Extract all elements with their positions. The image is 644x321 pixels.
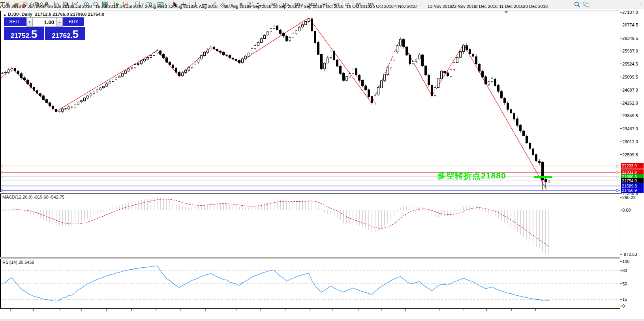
symbol-timeframe-label: DJ30-,Daily [8,12,32,17]
date-axis-label: 13 Nov 2018 [428,4,452,9]
rsi-axis-label: 80 [622,268,627,273]
price-level-badge: 21754.0 [621,178,644,184]
price-axis-label: 23849.5 [622,113,638,118]
price-axis-label: 25524.5 [622,62,638,66]
level-drag-handle [616,171,618,173]
volume-decrease-button[interactable]: ▼ [26,17,33,27]
sell-price-frac: 5 [31,30,38,39]
rsi-line [2,266,549,301]
level-drag-handle [0,189,2,191]
chart-title: ▲DJ30-,Daily 21712.0 21765.0 21709.0 217… [3,12,104,17]
buy-price-frac: 5 [72,30,79,39]
date-axis-label: 7 Oct 2018 [322,4,344,9]
rsi-axis-label: 0 [622,304,625,308]
price-axis-label: 25099.5 [622,75,638,79]
sell-price[interactable]: 21752.5 [4,27,44,40]
macd-axis-label: 0.00 [622,208,631,212]
buy-button-label: BUY [69,19,79,24]
date-axis-label: 16 Oct 2018 [346,4,370,9]
zigzag-line [1,18,546,190]
macd-axis-label: 290.22 [622,195,636,200]
sell-button[interactable]: SELL [4,17,26,27]
date-axis-label: 5 Jul 2018 [72,4,92,9]
date-axis-label: 11 Dec 2018 [499,4,524,9]
price-level-badge: 22233.9 [621,163,644,169]
price-axis-label: 26774.5 [622,23,638,27]
rsi-graphics [1,266,620,301]
date-axis-label: 27 Sep 2018 [298,4,322,9]
date-axis-label: 20 Dec 2018 [523,4,548,9]
price-axis-label: 23437.0 [622,126,638,131]
date-axis-label: 7 Jun 2018 [0,4,21,9]
rsi-axis-label: 15 [622,297,627,302]
price-axis-label: 25937.0 [622,49,638,53]
turning-point-annotation: 多空转折点21880 [437,170,506,181]
rsi-axis-label: 100 [622,259,629,264]
level-drag-handle [616,165,618,167]
date-axis-label: 18 Sep 2018 [273,4,297,9]
date-axis-label: 30 Aug 2018 [225,4,249,9]
date-axis-label: 21 Aug 2018 [193,4,218,9]
level-drag-handle [616,176,618,178]
date-axis-label: 25 Oct 2018 [370,4,394,9]
level-drag-handle [0,165,2,167]
main-pane-graphics [0,17,620,191]
buy-price-main: 21762 [52,32,70,39]
date-axis-label: 2 Dec 2018 [475,4,498,9]
date-axis-label: 9 Sep 2018 [249,4,271,9]
one-click-trading-panel: SELL ▼ ▲ BUY 21752.5 21762.5 [4,17,85,40]
chart-canvas[interactable] [0,0,644,321]
date-axis-label: 12 Aug 2018 [169,4,193,9]
date-axis-label: 2 Aug 2018 [145,4,167,9]
turning-point-marker [534,176,552,178]
ohlc-values: 21712.0 21765.0 21709.0 21754.0 [35,12,104,17]
level-drag-handle [616,189,618,191]
candlestick-series [2,17,550,190]
symbol-marker-icon: ▲ [3,13,6,17]
level-drag-handle [0,176,2,178]
date-axis-label: 22 Nov 2018 [452,4,476,9]
chart-shift-marker[interactable] [504,11,508,14]
price-axis-label: 27187.0 [622,10,638,15]
buy-button[interactable]: BUY [63,17,84,27]
price-axis-label: 22599.5 [622,152,638,157]
level-drag-handle [0,171,2,173]
date-axis-label: 4 Nov 2018 [394,4,417,9]
date-axis-label: 15 Jul 2018 [96,4,118,9]
level-drag-handle [0,185,2,187]
date-axis-label: 24 Jul 2018 [120,4,143,9]
rsi-label: RSI(14) 20.6459 [2,260,34,265]
price-axis-label: 24687.0 [622,88,638,92]
date-axis-label: 17 Jun 2018 [22,4,46,9]
price-axis-label: 23012.0 [622,139,638,144]
rsi-axis-label: 50 [622,282,627,286]
date-axis-label: 26 Jun 2018 [48,4,72,9]
sell-price-main: 21752 [11,32,29,39]
level-drag-handle [616,185,618,187]
macd-label: MACD(12,26,9) -819.68 -542.75 [2,195,64,199]
buy-price[interactable]: 21762.5 [45,27,85,40]
macd-axis-label: -872.53 [622,252,637,257]
price-axis-label: 24262.0 [622,101,638,105]
macd-graphics [2,197,549,255]
macd-histogram [2,197,549,255]
volume-stepper: ▼ ▲ [26,17,63,27]
mt4-window: 丁单 自动交易▾▾▾EFAT▾M1M5M15M30H1H4D1W1MN - ▲D… [0,0,644,321]
price-axis-label: 26349.5 [622,36,638,41]
volume-input[interactable] [33,17,56,27]
sell-button-label: SELL [9,19,21,24]
price-level-badge: 21450.9 [621,188,644,193]
volume-increase-button[interactable]: ▲ [56,17,63,27]
